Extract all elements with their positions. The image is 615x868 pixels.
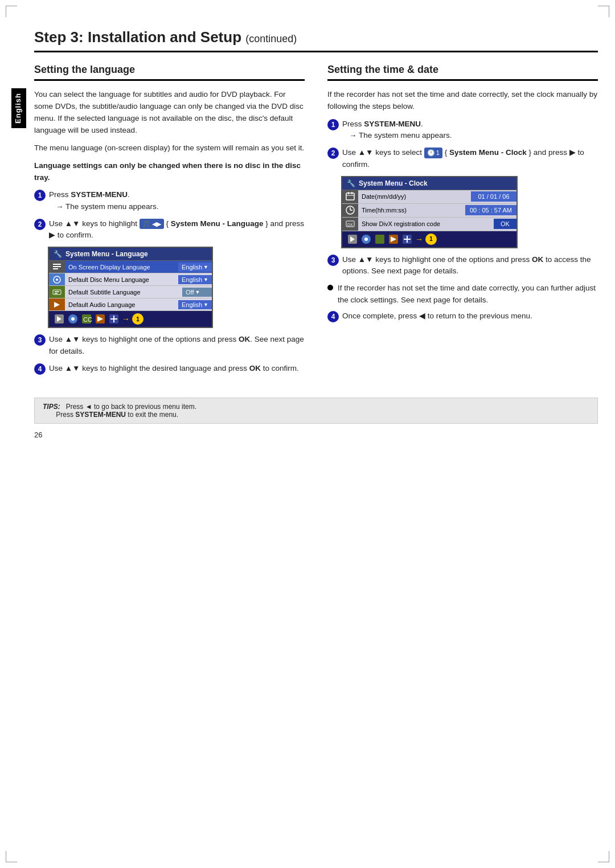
right-step2-num: 2 — [327, 148, 339, 159]
svg-point-4 — [56, 279, 58, 281]
svg-rect-1 — [53, 266, 61, 267]
tips-line2: Press SYSTEM-MENU to exit the menu. — [56, 411, 178, 419]
svg-text:CC: CC — [83, 316, 92, 323]
left-step1-num: 1 — [34, 190, 46, 201]
right-bullet1-text: If the recorder has not set the time and… — [338, 282, 598, 306]
clock-divx-row: DX Show DivX registration code OK — [342, 218, 516, 231]
right-column: Setting the time & date If the recorder … — [327, 64, 598, 380]
svg-rect-0 — [53, 264, 61, 265]
right-step2: 2 Use ▲▼ keys to select 🕐1 { System Menu… — [327, 147, 598, 170]
left-step4: 4 Use ▲▼ keys to highlight the desired l… — [34, 363, 305, 375]
clock-date-row: Date(mm/dd/yy) 01 / 01 / 06 — [342, 190, 516, 204]
left-step4-num: 4 — [34, 363, 46, 375]
menu-row-3-label: Default Audio Language — [65, 300, 178, 309]
menu-row-0-value: English ▼ — [178, 263, 212, 272]
right-section-heading: Setting the time & date — [327, 64, 598, 81]
right-step4-num: 4 — [327, 311, 339, 322]
language-menu-title-bar: 🔧 System Menu - Language — [49, 248, 212, 261]
left-intro-para1: You can select the language for subtitle… — [34, 89, 305, 137]
menu-row-0-label: On Screen Display Language — [65, 263, 178, 272]
left-section-heading: Setting the language — [34, 64, 305, 81]
clock-menu-rows: Date(mm/dd/yy) 01 / 01 / 06 Time(hh: — [342, 190, 516, 231]
right-intro-para: If the recorder has not set the time and… — [327, 89, 598, 113]
svg-point-12 — [71, 317, 75, 321]
svg-text:DX: DX — [347, 223, 353, 227]
left-column: Setting the language You can select the … — [34, 64, 305, 380]
language-menu-icon: 🔧 — [54, 250, 62, 258]
menu-row-1: Default Disc Menu Language English ▼ — [49, 273, 212, 286]
svg-rect-5 — [53, 290, 61, 294]
tips-box: TIPS: Press ◄ to go back to previous men… — [34, 398, 598, 424]
left-step3: 3 Use ▲▼ keys to highlight one of the op… — [34, 334, 305, 357]
page-number: 26 — [34, 431, 598, 439]
menu-row-3-icon — [49, 298, 65, 310]
menu-row-1-value: English ▼ — [178, 275, 212, 284]
menu-row-0-icon — [49, 261, 65, 273]
left-bold-para: Language settings can only be changed wh… — [34, 160, 305, 184]
right-step1: 1 Press SYSTEM-MENU. → The system menu a… — [327, 118, 598, 142]
tips-line1: Press ◄ to go back to previous menu item… — [66, 403, 196, 411]
sidebar-tab: English — [11, 88, 26, 128]
language-menu-rows: On Screen Display Language English ▼ Def… — [49, 261, 212, 311]
menu-row-1-label: Default Disc Menu Language — [65, 275, 178, 284]
left-intro-para2: The menu language (on-screen display) fo… — [34, 142, 305, 154]
corner-bottom-left — [6, 851, 17, 862]
bullet-dot — [327, 285, 333, 290]
corner-top-right — [598, 6, 609, 17]
clock-menu-icon: 🔧 — [347, 179, 355, 187]
tips-label: TIPS: — [43, 403, 60, 411]
menu-row-2-icon — [49, 286, 65, 298]
left-step2: 2 Use ▲▼ keys to highlight 🎵 ◀▶ { System… — [34, 218, 305, 241]
svg-rect-2 — [53, 268, 58, 269]
menu-row-2-label: Default Subtitle Language — [65, 288, 182, 297]
corner-bottom-right — [598, 851, 609, 862]
menu-row-3-value: English ▼ — [178, 300, 212, 309]
clock-menu-bottom: → 1 — [342, 231, 516, 247]
clock-divx-label: Show DivX registration code — [358, 219, 494, 229]
right-step1-num: 1 — [327, 119, 339, 130]
svg-point-32 — [364, 238, 368, 241]
clock-date-value: 01 / 01 / 06 — [471, 191, 516, 202]
corner-top-left — [6, 6, 17, 17]
clock-menu-title-bar: 🔧 System Menu - Clock — [342, 177, 516, 190]
clock-time-value: 00 : 05 : 57 AM — [465, 205, 516, 215]
svg-rect-33 — [375, 235, 384, 244]
clock-date-label: Date(mm/dd/yy) — [358, 191, 471, 202]
left-step3-num: 3 — [34, 334, 46, 346]
left-step1: 1 Press SYSTEM-MENU. → The system menu a… — [34, 189, 305, 212]
menu-row-1-icon — [49, 273, 65, 285]
right-bullet1: If the recorder has not set the time and… — [327, 282, 598, 306]
clock-time-label: Time(hh:mm:ss) — [358, 205, 465, 215]
clock-divx-value: OK — [494, 219, 516, 229]
page-title: Step 3: Installation and Setup (continue… — [34, 28, 598, 52]
menu-row-2-value: Off ▼ — [182, 288, 212, 297]
language-menu-screenshot: 🔧 System Menu - Language On Screen Displ… — [48, 247, 213, 328]
right-step3: 3 Use ▲▼ keys to highlight one of the op… — [327, 254, 598, 277]
clock-menu-screenshot: 🔧 System Menu - Clock — [341, 176, 518, 248]
right-step3-num: 3 — [327, 255, 339, 266]
menu-row-3: Default Audio Language English ▼ — [49, 298, 212, 311]
menu-row-0: On Screen Display Language English ▼ — [49, 261, 212, 273]
svg-marker-8 — [54, 302, 60, 308]
language-menu-bottom: CC → 1 — [49, 311, 212, 327]
left-step2-num: 2 — [34, 219, 46, 230]
right-step4: 4 Once complete, press ◀ to return to th… — [327, 310, 598, 322]
svg-rect-20 — [346, 193, 354, 200]
clock-time-row: Time(hh:mm:ss) 00 : 05 : 57 AM — [342, 204, 516, 218]
menu-row-2: Default Subtitle Language Off ▼ — [49, 286, 212, 298]
